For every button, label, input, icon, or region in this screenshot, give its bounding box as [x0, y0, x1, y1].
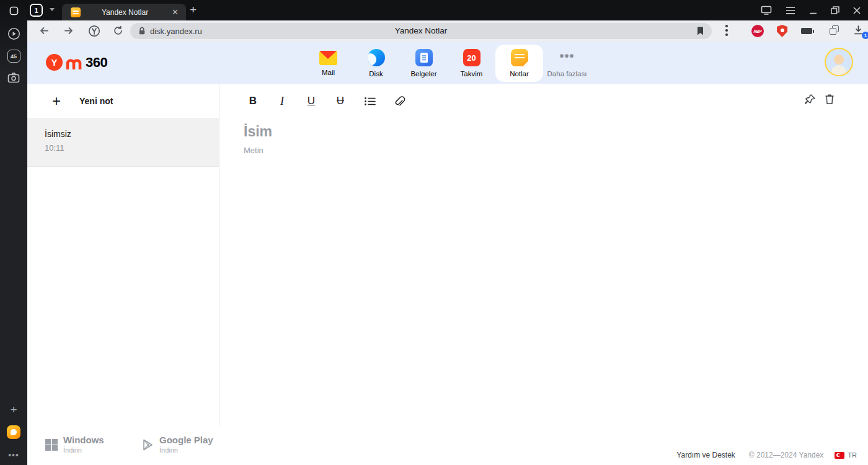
tab-yandex-notlar[interactable]: Yandex Notlar ✕ — [62, 4, 186, 20]
pin-note-button[interactable] — [805, 94, 816, 107]
rail-play-icon[interactable] — [0, 27, 27, 40]
documents-icon — [415, 49, 433, 66]
page-title: Yandex Notlar — [130, 26, 712, 35]
tab-close-icon[interactable]: ✕ — [169, 7, 181, 17]
adblock-extension-icon[interactable]: ABP — [751, 25, 764, 37]
delete-note-button[interactable] — [825, 94, 835, 107]
back-button[interactable] — [38, 25, 50, 36]
address-bar[interactable]: disk.yandex.ru Yandex Notlar — [130, 23, 712, 39]
lock-icon — [138, 27, 146, 35]
url-text: disk.yandex.ru — [150, 27, 202, 36]
tabs-copy-icon[interactable] — [830, 25, 841, 37]
downloads-button[interactable]: 1 — [853, 25, 867, 37]
google-play-icon — [143, 439, 153, 451]
user-avatar[interactable] — [825, 48, 853, 76]
battery-saver-icon[interactable] — [801, 28, 812, 34]
cast-icon[interactable] — [761, 6, 772, 15]
bold-button[interactable]: B — [247, 95, 259, 107]
app-more[interactable]: ••• Daha fazlası — [543, 45, 591, 82]
underline-button[interactable]: U — [306, 95, 317, 107]
calendar-icon: 20 — [463, 49, 480, 66]
disk-icon — [368, 49, 385, 66]
strikethrough-button[interactable]: U — [335, 95, 346, 107]
tab-group-chip[interactable]: 1 — [30, 4, 43, 17]
yandex-360-logo[interactable]: Y 360 — [46, 54, 107, 71]
browser-toolbar: disk.yandex.ru Yandex Notlar ABP 1 — [27, 20, 868, 42]
mail-icon — [319, 51, 337, 65]
titlebar: 1 Yandex Notlar ✕ + — [0, 0, 868, 20]
windows-download-link[interactable]: Windows İndirin — [45, 435, 104, 454]
copyright-text: © 2012—2024 Yandex — [749, 451, 824, 459]
browser-side-rail: 45 + ••• — [0, 0, 27, 465]
app-disk[interactable]: Disk — [352, 45, 400, 82]
close-button[interactable] — [853, 7, 861, 14]
maximize-button[interactable] — [831, 6, 839, 14]
note-body-input[interactable]: Metin — [244, 146, 868, 155]
menu-icon[interactable] — [786, 7, 795, 14]
rail-messenger-icon[interactable] — [0, 425, 27, 439]
plus-icon: + — [52, 95, 63, 107]
rail-add-icon[interactable]: + — [0, 403, 27, 417]
new-tab-button[interactable]: + — [190, 3, 197, 17]
app-notlar[interactable]: Notlar — [495, 45, 543, 82]
more-dots-icon: ••• — [559, 49, 574, 66]
reload-icon[interactable] — [113, 25, 123, 36]
rail-more-icon[interactable]: ••• — [0, 450, 27, 460]
yandex-y-icon: Y — [46, 54, 63, 71]
note-list-item[interactable]: İsimsiz 10:11 — [27, 119, 219, 167]
page-footer: Windows İndirin Google Play İndirin Yard… — [27, 427, 868, 465]
yandex-browser-icon[interactable] — [88, 25, 100, 37]
minimize-button[interactable] — [809, 7, 817, 14]
note-title: İsimsiz — [45, 129, 219, 139]
google-play-download-link[interactable]: Google Play İndirin — [143, 435, 213, 454]
new-note-button[interactable]: + Yeni not — [27, 84, 219, 119]
shield-extension-icon[interactable] — [777, 25, 787, 37]
notes-list-panel: + Yeni not İsimsiz 10:11 — [27, 84, 219, 427]
notes-icon — [511, 49, 528, 66]
bookmark-icon[interactable] — [696, 26, 704, 36]
format-toolbar: B I U U — [220, 84, 868, 118]
service-switcher: Mail Disk Belgeler 20 Takvim Notlar — [304, 45, 591, 82]
toolbar-menu-icon[interactable] — [725, 25, 728, 38]
attach-button[interactable] — [393, 95, 405, 107]
note-editor: B I U U İsim Metin — [220, 84, 868, 427]
rail-logo-icon[interactable] — [0, 6, 27, 16]
notes-favicon-icon — [71, 7, 81, 17]
rail-tab-counter[interactable]: 45 — [0, 50, 27, 63]
italic-button[interactable]: I — [277, 95, 288, 108]
app-takvim[interactable]: 20 Takvim — [448, 45, 495, 82]
yandex-360-page: Y 360 Mail Disk Belgeler 20 — [27, 42, 868, 465]
download-count-badge: 1 — [862, 32, 868, 39]
tab-list-chevron-icon[interactable] — [50, 8, 55, 11]
bullet-list-button[interactable] — [364, 97, 376, 106]
yandex-360-arch-icon — [66, 57, 82, 70]
service-header: Y 360 Mail Disk Belgeler 20 — [27, 42, 868, 84]
app-mail[interactable]: Mail — [304, 45, 352, 82]
tab-title: Yandex Notlar — [81, 8, 169, 17]
language-selector[interactable]: TR — [835, 451, 857, 459]
note-time: 10:11 — [45, 143, 219, 153]
windows-icon — [45, 439, 57, 451]
forward-button[interactable] — [63, 25, 74, 36]
help-support-link[interactable]: Yardım ve Destek — [676, 451, 735, 459]
note-title-input[interactable]: İsim — [244, 123, 868, 140]
turkey-flag-icon — [835, 452, 844, 459]
logo-360-text: 360 — [86, 55, 107, 71]
app-belgeler[interactable]: Belgeler — [400, 45, 448, 82]
rail-screenshot-icon[interactable] — [0, 73, 27, 83]
browser-window: 1 Yandex Notlar ✕ + disk.yandex.ru Yande… — [0, 0, 868, 465]
